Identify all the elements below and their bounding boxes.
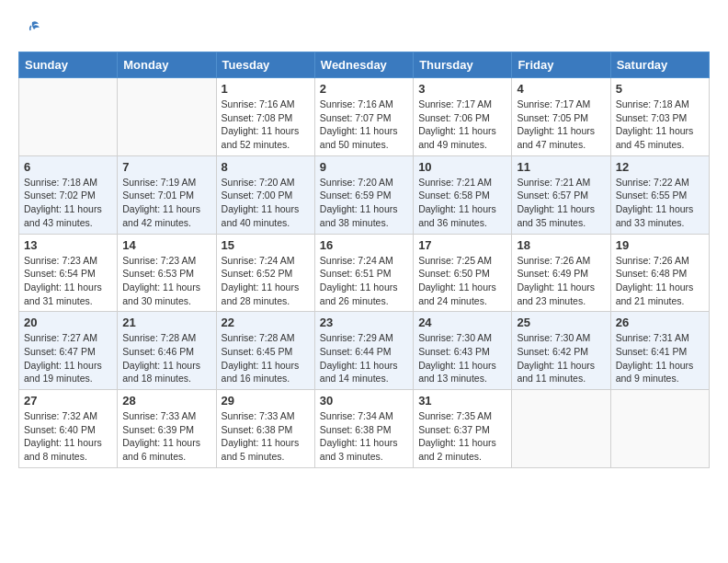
- day-cell-27: 27Sunrise: 7:32 AM Sunset: 6:40 PM Dayli…: [19, 390, 118, 468]
- day-cell-15: 15Sunrise: 7:24 AM Sunset: 6:52 PM Dayli…: [216, 234, 314, 312]
- day-number-14: 14: [122, 238, 210, 252]
- day-detail-17: Sunrise: 7:25 AM Sunset: 6:50 PM Dayligh…: [418, 254, 506, 308]
- day-detail-24: Sunrise: 7:30 AM Sunset: 6:43 PM Dayligh…: [418, 331, 506, 385]
- day-detail-9: Sunrise: 7:20 AM Sunset: 6:59 PM Dayligh…: [320, 176, 408, 230]
- day-cell-18: 18Sunrise: 7:26 AM Sunset: 6:49 PM Dayli…: [512, 234, 610, 312]
- day-number-6: 6: [24, 160, 112, 174]
- logo-bird-icon: [22, 18, 42, 42]
- day-detail-18: Sunrise: 7:26 AM Sunset: 6:49 PM Dayligh…: [517, 254, 605, 308]
- day-number-25: 25: [517, 316, 605, 329]
- day-cell-19: 19Sunrise: 7:26 AM Sunset: 6:48 PM Dayli…: [610, 234, 709, 312]
- col-header-tuesday: Tuesday: [216, 52, 314, 78]
- day-cell-3: 3Sunrise: 7:17 AM Sunset: 7:06 PM Daylig…: [414, 78, 512, 156]
- day-detail-2: Sunrise: 7:16 AM Sunset: 7:07 PM Dayligh…: [320, 98, 408, 152]
- day-cell-8: 8Sunrise: 7:20 AM Sunset: 7:00 PM Daylig…: [216, 155, 314, 234]
- day-detail-16: Sunrise: 7:24 AM Sunset: 6:51 PM Dayligh…: [320, 254, 408, 308]
- day-number-1: 1: [222, 82, 310, 96]
- day-detail-21: Sunrise: 7:28 AM Sunset: 6:46 PM Dayligh…: [122, 331, 210, 385]
- day-cell-7: 7Sunrise: 7:19 AM Sunset: 7:01 PM Daylig…: [118, 155, 216, 234]
- calendar-header-row: SundayMondayTuesdayWednesdayThursdayFrid…: [19, 52, 710, 78]
- day-cell-28: 28Sunrise: 7:33 AM Sunset: 6:39 PM Dayli…: [118, 390, 216, 468]
- day-cell-4: 4Sunrise: 7:17 AM Sunset: 7:05 PM Daylig…: [512, 78, 610, 156]
- col-header-saturday: Saturday: [610, 52, 709, 78]
- day-number-8: 8: [222, 160, 310, 174]
- day-number-3: 3: [418, 82, 506, 96]
- col-header-sunday: Sunday: [19, 52, 118, 78]
- day-number-19: 19: [616, 238, 704, 252]
- col-header-thursday: Thursday: [414, 52, 512, 78]
- day-number-15: 15: [222, 238, 310, 252]
- day-number-12: 12: [616, 160, 704, 174]
- day-cell-10: 10Sunrise: 7:21 AM Sunset: 6:58 PM Dayli…: [414, 155, 512, 234]
- day-cell-22: 22Sunrise: 7:28 AM Sunset: 6:45 PM Dayli…: [216, 312, 314, 390]
- day-number-23: 23: [320, 316, 408, 329]
- day-detail-14: Sunrise: 7:23 AM Sunset: 6:53 PM Dayligh…: [122, 254, 210, 308]
- day-detail-27: Sunrise: 7:32 AM Sunset: 6:40 PM Dayligh…: [24, 409, 112, 464]
- day-number-31: 31: [418, 394, 506, 408]
- day-number-21: 21: [122, 316, 210, 329]
- day-number-27: 27: [24, 394, 112, 408]
- day-cell-31: 31Sunrise: 7:35 AM Sunset: 6:37 PM Dayli…: [414, 390, 512, 468]
- day-number-30: 30: [320, 394, 408, 408]
- day-detail-20: Sunrise: 7:27 AM Sunset: 6:47 PM Dayligh…: [24, 331, 112, 385]
- day-detail-10: Sunrise: 7:21 AM Sunset: 6:58 PM Dayligh…: [418, 176, 506, 230]
- day-number-28: 28: [122, 394, 210, 408]
- week-row-1: 1Sunrise: 7:16 AM Sunset: 7:08 PM Daylig…: [19, 78, 710, 156]
- day-detail-23: Sunrise: 7:29 AM Sunset: 6:44 PM Dayligh…: [320, 331, 408, 385]
- col-header-wednesday: Wednesday: [314, 52, 413, 78]
- week-row-5: 27Sunrise: 7:32 AM Sunset: 6:40 PM Dayli…: [19, 390, 710, 468]
- empty-cell: [19, 78, 118, 156]
- day-detail-25: Sunrise: 7:30 AM Sunset: 6:42 PM Dayligh…: [517, 331, 605, 385]
- day-number-29: 29: [222, 394, 310, 408]
- day-number-5: 5: [616, 82, 704, 96]
- day-number-7: 7: [122, 160, 210, 174]
- day-detail-28: Sunrise: 7:33 AM Sunset: 6:39 PM Dayligh…: [122, 409, 210, 464]
- day-number-18: 18: [517, 238, 605, 252]
- calendar-table: SundayMondayTuesdayWednesdayThursdayFrid…: [18, 52, 710, 468]
- day-cell-2: 2Sunrise: 7:16 AM Sunset: 7:07 PM Daylig…: [314, 78, 413, 156]
- day-detail-13: Sunrise: 7:23 AM Sunset: 6:54 PM Dayligh…: [24, 254, 112, 308]
- week-row-3: 13Sunrise: 7:23 AM Sunset: 6:54 PM Dayli…: [19, 234, 710, 312]
- week-row-2: 6Sunrise: 7:18 AM Sunset: 7:02 PM Daylig…: [19, 155, 710, 234]
- day-cell-29: 29Sunrise: 7:33 AM Sunset: 6:38 PM Dayli…: [216, 390, 314, 468]
- page-header: [18, 18, 710, 42]
- day-detail-12: Sunrise: 7:22 AM Sunset: 6:55 PM Dayligh…: [616, 176, 704, 230]
- empty-cell: [512, 390, 610, 468]
- day-number-4: 4: [517, 82, 605, 96]
- col-header-monday: Monday: [118, 52, 216, 78]
- day-number-17: 17: [418, 238, 506, 252]
- day-detail-29: Sunrise: 7:33 AM Sunset: 6:38 PM Dayligh…: [222, 409, 310, 464]
- day-cell-13: 13Sunrise: 7:23 AM Sunset: 6:54 PM Dayli…: [19, 234, 118, 312]
- day-cell-23: 23Sunrise: 7:29 AM Sunset: 6:44 PM Dayli…: [314, 312, 413, 390]
- day-cell-25: 25Sunrise: 7:30 AM Sunset: 6:42 PM Dayli…: [512, 312, 610, 390]
- day-number-26: 26: [616, 316, 704, 329]
- empty-cell: [610, 390, 709, 468]
- day-cell-12: 12Sunrise: 7:22 AM Sunset: 6:55 PM Dayli…: [610, 155, 709, 234]
- day-cell-5: 5Sunrise: 7:18 AM Sunset: 7:03 PM Daylig…: [610, 78, 709, 156]
- day-detail-6: Sunrise: 7:18 AM Sunset: 7:02 PM Dayligh…: [24, 176, 112, 230]
- day-detail-4: Sunrise: 7:17 AM Sunset: 7:05 PM Dayligh…: [517, 98, 605, 152]
- week-row-4: 20Sunrise: 7:27 AM Sunset: 6:47 PM Dayli…: [19, 312, 710, 390]
- day-detail-19: Sunrise: 7:26 AM Sunset: 6:48 PM Dayligh…: [616, 254, 704, 308]
- day-detail-7: Sunrise: 7:19 AM Sunset: 7:01 PM Dayligh…: [122, 176, 210, 230]
- day-number-22: 22: [222, 316, 310, 329]
- day-detail-22: Sunrise: 7:28 AM Sunset: 6:45 PM Dayligh…: [222, 331, 310, 385]
- day-number-10: 10: [418, 160, 506, 174]
- day-detail-1: Sunrise: 7:16 AM Sunset: 7:08 PM Dayligh…: [222, 98, 310, 152]
- day-cell-14: 14Sunrise: 7:23 AM Sunset: 6:53 PM Dayli…: [118, 234, 216, 312]
- day-number-24: 24: [418, 316, 506, 329]
- day-cell-24: 24Sunrise: 7:30 AM Sunset: 6:43 PM Dayli…: [414, 312, 512, 390]
- day-cell-26: 26Sunrise: 7:31 AM Sunset: 6:41 PM Dayli…: [610, 312, 709, 390]
- day-number-2: 2: [320, 82, 408, 96]
- logo: [18, 18, 44, 42]
- day-cell-21: 21Sunrise: 7:28 AM Sunset: 6:46 PM Dayli…: [118, 312, 216, 390]
- day-number-16: 16: [320, 238, 408, 252]
- day-detail-8: Sunrise: 7:20 AM Sunset: 7:00 PM Dayligh…: [222, 176, 310, 230]
- day-detail-5: Sunrise: 7:18 AM Sunset: 7:03 PM Dayligh…: [616, 98, 704, 152]
- day-detail-30: Sunrise: 7:34 AM Sunset: 6:38 PM Dayligh…: [320, 409, 408, 464]
- day-detail-31: Sunrise: 7:35 AM Sunset: 6:37 PM Dayligh…: [418, 409, 506, 464]
- empty-cell: [118, 78, 216, 156]
- day-number-13: 13: [24, 238, 112, 252]
- day-cell-20: 20Sunrise: 7:27 AM Sunset: 6:47 PM Dayli…: [19, 312, 118, 390]
- day-detail-11: Sunrise: 7:21 AM Sunset: 6:57 PM Dayligh…: [517, 176, 605, 230]
